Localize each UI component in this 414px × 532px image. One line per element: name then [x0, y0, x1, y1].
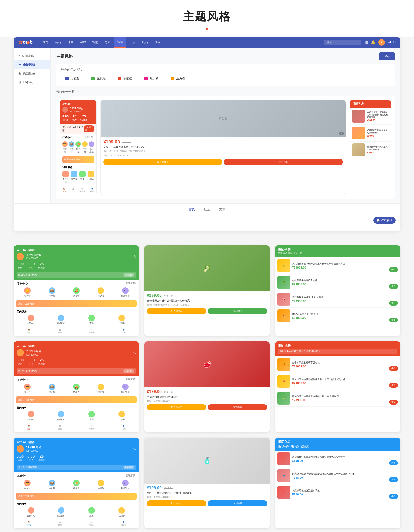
gb-item-join-btn[interactable]: 拼团 — [389, 318, 398, 322]
save-button[interactable]: 保存 — [379, 52, 395, 60]
orange-product-price: ¥199.00 — [147, 389, 162, 394]
list-item: 🐟 四大淡水鱼盒装精编危危活济活油凤在活在凤米锅鱼饭1640g ¥238.00 … — [275, 467, 400, 484]
blue-edit-icon: ✎ — [133, 447, 136, 451]
theme-option-pink[interactable]: 魅力粉 — [140, 75, 163, 82]
orange-bottom-nav: 🏠首页 ⊞分类 🛒购物车 👤我的 — [14, 423, 139, 432]
footer-item-community[interactable]: 社区 — [204, 207, 210, 211]
blue-order-section: 订单中心查看全部 › — [14, 472, 139, 479]
product-subtitle: 全棉针织行针织行的内容商品集 主材性价值化 — [103, 150, 343, 153]
sidebar-item-label: H5作法 — [23, 80, 33, 84]
chat-button[interactable]: 💬 在线咨询 — [373, 217, 395, 224]
green-buy-btn[interactable]: 立刻购买 — [208, 308, 267, 314]
theme-options: 无云蓝 生机绿 热情红 魅力粉 — [61, 75, 390, 82]
gb-item-price: ¥23908.00 — [292, 316, 387, 320]
gb-btn[interactable]: 拼团 — [389, 400, 398, 405]
theme-option-red[interactable]: 热情红 — [114, 75, 136, 82]
orange-promo: 诚邀好友赚佣金 — [16, 397, 137, 403]
buy-now-btn[interactable]: 立刻购买 — [224, 159, 343, 165]
gb-item-title: 法式单身卡面细切1斤鲜羊草葱 — [292, 296, 387, 299]
nav-search-input[interactable] — [324, 39, 361, 45]
sidebar-item-color[interactable]: ◉ 页面配色 — [14, 69, 50, 78]
green-promo: 诚邀好友赚佣金 — [16, 300, 137, 307]
theme-dot-green — [91, 77, 95, 80]
nav-item-users[interactable]: 用户 — [76, 37, 89, 48]
grid-icon[interactable]: ⊞ — [365, 40, 368, 45]
blue-buy-btn[interactable]: 立刻购买 — [208, 501, 267, 506]
orange-logo: crmeb 商城 — [17, 344, 136, 348]
nav-item-settings[interactable]: 设置 — [151, 37, 164, 48]
nav-item-gifts[interactable]: 礼品 — [139, 37, 151, 48]
green-add-cart-btn[interactable]: 加入购物车 — [147, 308, 206, 314]
gb-btn[interactable]: 拼团 — [389, 460, 398, 465]
footer-item-article[interactable]: 文章 — [219, 207, 225, 211]
order-return-icon: ↩ — [122, 287, 129, 294]
theme-phone-orange-group: 拼团列表 零添加毛毛山猪肉 静香口续减50%成15 🍊 当季水果品鉴橙子盲袋包粮… — [275, 342, 400, 432]
blue-coupon-btn[interactable]: 立刻领券 — [123, 466, 134, 469]
orange-header: crmeb 商城 CRMEB商城 ID: 4500000 ✎ 0.00余额 0.… — [14, 342, 139, 376]
orange-buy-btn[interactable]: 立刻购买 — [208, 404, 267, 410]
blue-product-content: ¥199.00 ¥100.00 水乳护肤套装洗液+水磁瓶积水 保湿补水 ID#2… — [144, 484, 270, 508]
green-coupon-btn[interactable]: 立刻领券 — [123, 273, 134, 276]
nav-cart[interactable]: 🛒购物车 — [89, 329, 95, 334]
theme-option-blue[interactable]: 无云蓝 — [61, 75, 84, 82]
nav-home[interactable]: 🏠首页 — [27, 425, 31, 430]
gb-btn[interactable]: 拼团 — [389, 383, 398, 388]
blue-services: 我的服务 会员中心 商品推广 直播 优惠券 — [14, 501, 139, 519]
title-arrow: ▼ — [0, 26, 414, 32]
sidebar-item-h5[interactable]: ⊞ H5作法 — [14, 78, 50, 86]
nav-item-customer[interactable]: 客情 — [89, 37, 101, 48]
green-edit-icon: ✎ — [133, 255, 136, 259]
bell-icon[interactable]: 🔔 — [371, 40, 376, 45]
theme-option-orange[interactable]: 活力橙 — [167, 75, 189, 82]
orange-userid: ID: 4500000 — [26, 353, 131, 356]
nav-category[interactable]: ⊞分类 — [58, 329, 62, 334]
gb-item-title: 有机蔬菜采购家庭合约柿 — [292, 279, 387, 282]
page-title-section: 主题风格 ▼ — [0, 0, 414, 37]
gb-btn[interactable]: 拼团 — [389, 366, 398, 371]
sidebar-item-decoration[interactable]: ↑ 页面装修 — [14, 52, 50, 60]
sidebar-item-theme[interactable]: ✦ 主题风格 — [14, 60, 50, 69]
gb-item-join-btn[interactable]: 拼团 — [389, 267, 398, 272]
nav-mine[interactable]: 👤我的 — [122, 329, 126, 334]
green-order-section: 订单中心查看全部 › — [14, 280, 139, 286]
gb-item-image — [352, 127, 365, 139]
blue-order-grid: 💳待付款 📦待发货 🚚待收货 ⭐待评价 ↩售后/退款 — [14, 479, 139, 492]
nav-item-orders[interactable]: 订单 — [64, 37, 76, 48]
content-header: 主题风格 保存 — [56, 52, 395, 60]
nav-cart[interactable]: 🛒购物车 — [89, 521, 95, 526]
orange-add-cart-btn[interactable]: 加入购物车 — [147, 404, 206, 410]
nav-home[interactable]: 🏠首页 — [27, 521, 31, 526]
nav-item-products[interactable]: 商品 — [52, 37, 64, 48]
gb-item-image — [352, 110, 365, 123]
nav-mine[interactable]: 👤我的 — [122, 425, 126, 430]
green-group-sub: 品质商品 健康 满足一切 — [278, 252, 397, 255]
nav-mine[interactable]: 👤我的 — [122, 521, 126, 526]
add-cart-btn[interactable]: 加入购物车 — [103, 159, 222, 165]
green-header: crmeb 商城 CRMEB商城 ID: 4500000 ✎ 0.00余额 0.… — [14, 245, 139, 280]
blue-add-cart-btn[interactable]: 加入购物车 — [147, 501, 206, 506]
nav-category[interactable]: ⊞分类 — [58, 521, 62, 526]
nav-category[interactable]: ⊞分类 — [58, 425, 62, 430]
gb-btn[interactable]: 拼团 — [389, 494, 398, 499]
nav-item-store[interactable]: 门店 — [126, 37, 139, 48]
nav-home[interactable]: 🏠首页 — [27, 329, 31, 334]
gb-item-price: ¥58.00 — [367, 135, 388, 137]
blue-group-sub: 进口海鲜2件8折 海淘精品优惠 — [278, 445, 397, 448]
gb-item-join-btn[interactable]: 拼团 — [389, 284, 398, 289]
list-item: 🦞 水晶虾炫粒微微活清水草鱼 ¥108.00 拼团 — [275, 484, 400, 501]
footer-item-home[interactable]: 首页 — [189, 207, 195, 211]
green-userid: ID: 4500000 — [26, 257, 131, 260]
nav-item-distribution[interactable]: 分销 — [101, 37, 114, 48]
nav-cart[interactable]: 🛒购物车 — [89, 425, 95, 430]
gb-item-join-btn[interactable]: 拼团 — [389, 301, 398, 305]
gb-btn[interactable]: 拼团 — [389, 477, 398, 482]
preview-container: crmeb CRMEB商城 ID: 4500000 0.00余额 20积分 25… — [56, 96, 395, 199]
orange-coupon-btn[interactable]: 立刻领券 — [123, 369, 134, 373]
gb-img: 🦐 — [277, 452, 290, 465]
product-title: 全棉针织套作件套新款上市性价比高 — [103, 145, 343, 149]
theme-option-green[interactable]: 生机绿 — [87, 75, 110, 82]
nav-item-decoration[interactable]: 装修 — [114, 37, 126, 48]
nav-item-overview[interactable]: 注览 — [39, 37, 52, 48]
admin-logo: crmeb — [19, 39, 32, 45]
gb-img: 🍑 — [277, 375, 290, 388]
